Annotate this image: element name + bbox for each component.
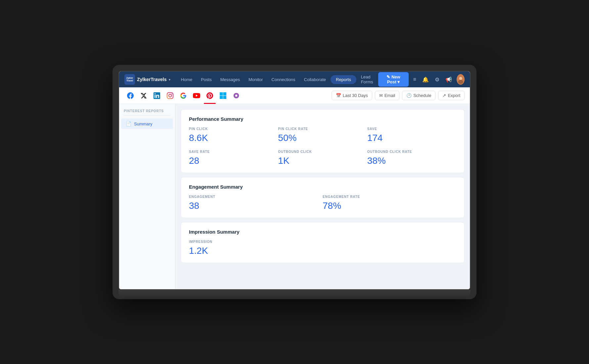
- user-avatar[interactable]: [457, 74, 465, 85]
- engagement-summary-card: Engagement Summary ENGAGEMENT 38 ENGAGEM…: [181, 177, 465, 218]
- metric-save-label: SAVE: [367, 127, 456, 131]
- instagram-tab[interactable]: [164, 90, 176, 102]
- metric-engagement-rate: ENGAGEMENT RATE 78%: [323, 195, 456, 211]
- youtube-tab[interactable]: [191, 90, 203, 102]
- svg-point-4: [235, 94, 238, 97]
- twitter-tab[interactable]: [138, 90, 150, 102]
- bell-icon[interactable]: 🔔: [421, 75, 430, 84]
- new-post-button[interactable]: ✎ New Post ▾: [378, 72, 408, 87]
- nav-right-actions: ✎ New Post ▾ ≡ 🔔 ⚙ 📢: [378, 72, 465, 87]
- metric-pin-click-rate-value: 50%: [278, 133, 367, 143]
- summary-icon: 📄: [126, 121, 131, 126]
- email-icon: ✉: [379, 93, 383, 98]
- svg-point-2: [458, 80, 463, 84]
- megaphone-icon[interactable]: 📢: [444, 75, 453, 84]
- nav-messages[interactable]: Messages: [216, 75, 244, 84]
- metric-outbound-click-rate-value: 38%: [367, 156, 456, 166]
- laptop-frame: ZyklerTravel ZylkerTravels ▾ Home Posts …: [113, 65, 476, 299]
- screen: ZyklerTravel ZylkerTravels ▾ Home Posts …: [118, 71, 471, 290]
- performance-summary-title: Performance Summary: [189, 116, 456, 122]
- metric-outbound-click-rate-label: OUTBOUND CLICK RATE: [367, 150, 456, 154]
- laptop-base: [118, 290, 471, 299]
- microsoft-tab[interactable]: [217, 90, 229, 102]
- metric-save-value: 174: [367, 133, 456, 143]
- nav-collaborate[interactable]: Collaborate: [300, 75, 330, 84]
- linkedin-tab[interactable]: [151, 90, 163, 102]
- nav-posts[interactable]: Posts: [197, 75, 216, 84]
- metric-engagement-label: ENGAGEMENT: [189, 195, 323, 199]
- calendar-icon: 📅: [336, 93, 341, 98]
- performance-metrics-grid: PIN CLICK 8.6K PIN CLICK RATE 50% SAVE 1…: [189, 127, 456, 166]
- sidebar-divider: [124, 115, 170, 116]
- svg-point-1: [459, 77, 462, 80]
- sidebar-item-summary[interactable]: 📄 Summary: [121, 118, 173, 129]
- facebook-tab[interactable]: [124, 90, 136, 102]
- nav-home[interactable]: Home: [177, 75, 197, 84]
- schedule-button[interactable]: 🕐 Schedule: [402, 91, 435, 100]
- nav-reports[interactable]: Reports: [331, 75, 356, 84]
- export-label: Export: [448, 93, 460, 98]
- pinterest-tab[interactable]: [204, 90, 216, 102]
- metric-pin-click-value: 8.6K: [189, 133, 278, 143]
- nav-connections[interactable]: Connections: [267, 75, 299, 84]
- date-range-button[interactable]: 📅 Last 30 Days: [332, 91, 372, 100]
- metric-pin-click-rate-label: PIN CLICK RATE: [278, 127, 367, 131]
- nav-lead-forms[interactable]: Lead Forms: [357, 72, 377, 86]
- sidebar-item-summary-label: Summary: [134, 121, 153, 126]
- metric-save: SAVE 174: [367, 127, 456, 143]
- metric-pin-click-label: PIN CLICK: [189, 127, 278, 131]
- nav-items: Home Posts Messages Monitor Connections …: [177, 72, 377, 86]
- google-tab[interactable]: [177, 90, 189, 102]
- export-button[interactable]: ↗ Export: [438, 91, 465, 100]
- metric-engagement-rate-value: 78%: [323, 201, 456, 211]
- metric-pin-click: PIN CLICK 8.6K: [189, 127, 278, 143]
- brand-name: ZylkerTravels: [137, 77, 167, 82]
- report-toolbar: 📅 Last 30 Days ✉ Email 🕐 Schedule ↗ Expo…: [332, 91, 465, 100]
- clock-icon: 🕐: [406, 93, 412, 98]
- metric-engagement-rate-label: ENGAGEMENT RATE: [323, 195, 456, 199]
- metric-engagement: ENGAGEMENT 38: [189, 195, 323, 211]
- metric-outbound-click: OUTBOUND CLICK 1K: [278, 150, 367, 166]
- email-label: Email: [385, 93, 395, 98]
- nav-monitor[interactable]: Monitor: [245, 75, 267, 84]
- schedule-label: Schedule: [413, 93, 431, 98]
- impression-metrics-grid: IMPRESSION 1.2K: [189, 240, 456, 256]
- date-range-label: Last 30 Days: [343, 93, 368, 98]
- brand-chevron-icon: ▾: [169, 78, 170, 81]
- brand-logo: ZyklerTravel: [124, 74, 135, 85]
- metric-save-rate-value: 28: [189, 156, 278, 166]
- metric-outbound-click-value: 1K: [278, 156, 367, 166]
- engagement-metrics-grid: ENGAGEMENT 38 ENGAGEMENT RATE 78%: [189, 195, 456, 211]
- metric-save-rate-label: SAVE RATE: [189, 150, 278, 154]
- export-icon: ↗: [442, 93, 446, 98]
- metric-pin-click-rate: PIN CLICK RATE 50%: [278, 127, 367, 143]
- top-navigation: ZyklerTravel ZylkerTravels ▾ Home Posts …: [119, 71, 470, 87]
- metric-impression: IMPRESSION 1.2K: [189, 240, 456, 256]
- metric-engagement-value: 38: [189, 201, 323, 211]
- email-button[interactable]: ✉ Email: [375, 91, 400, 100]
- report-area: Performance Summary PIN CLICK 8.6K PIN C…: [175, 104, 470, 289]
- metric-save-rate: SAVE RATE 28: [189, 150, 278, 166]
- brand-area[interactable]: ZyklerTravel ZylkerTravels ▾: [124, 74, 170, 85]
- social-bar: 📅 Last 30 Days ✉ Email 🕐 Schedule ↗ Expo…: [119, 87, 470, 104]
- extra-social-tab[interactable]: [230, 90, 242, 102]
- metric-impression-value: 1.2K: [189, 246, 456, 256]
- performance-summary-card: Performance Summary PIN CLICK 8.6K PIN C…: [181, 109, 465, 173]
- metric-outbound-click-rate: OUTBOUND CLICK RATE 38%: [367, 150, 456, 166]
- sidebar-section-label: PINTEREST REPORTS: [119, 109, 175, 115]
- impression-summary-title: Impression Summary: [189, 229, 456, 235]
- metric-outbound-click-label: OUTBOUND CLICK: [278, 150, 367, 154]
- main-content: PINTEREST REPORTS 📄 Summary Performance …: [119, 104, 470, 289]
- sidebar: PINTEREST REPORTS 📄 Summary: [119, 104, 175, 289]
- hamburger-icon[interactable]: ≡: [412, 75, 418, 84]
- impression-summary-card: Impression Summary IMPRESSION 1.2K: [181, 222, 465, 263]
- engagement-summary-title: Engagement Summary: [189, 184, 456, 190]
- settings-icon[interactable]: ⚙: [433, 75, 441, 84]
- metric-impression-label: IMPRESSION: [189, 240, 456, 244]
